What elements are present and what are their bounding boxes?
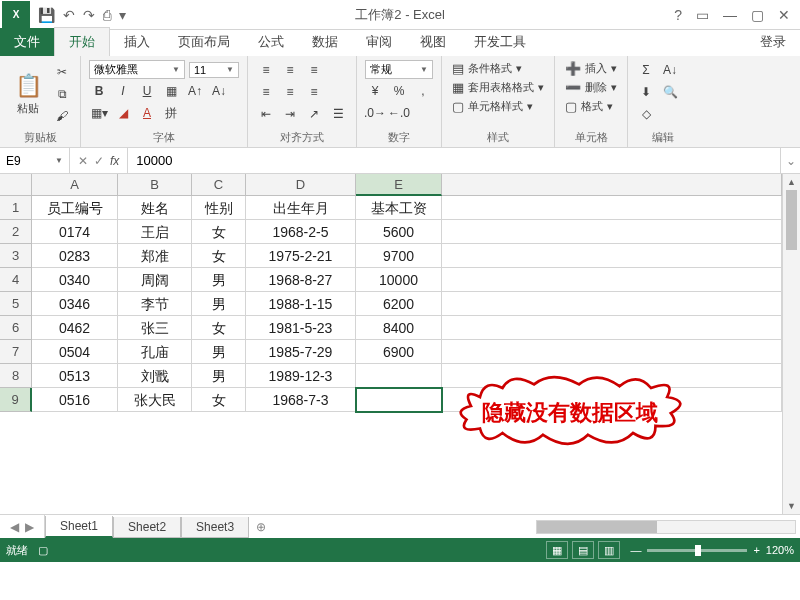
cell-C4[interactable]: 男 (192, 268, 246, 292)
autosum-icon[interactable]: Σ (636, 60, 656, 80)
cell-B2[interactable]: 王启 (118, 220, 192, 244)
cell-B3[interactable]: 郑准 (118, 244, 192, 268)
row-header-9[interactable]: 9 (0, 388, 32, 412)
insert-cells-button[interactable]: ➕插入▾ (563, 60, 619, 77)
row-header-6[interactable]: 6 (0, 316, 32, 340)
normal-view-icon[interactable]: ▦ (546, 541, 568, 559)
percent-icon[interactable]: % (389, 81, 409, 101)
ribbon-tab-5[interactable]: 数据 (298, 28, 352, 56)
phonetic-icon[interactable]: 拼 (161, 103, 181, 123)
col-header-A[interactable]: A (32, 174, 118, 196)
cell-blank[interactable] (442, 340, 782, 364)
ribbon-tab-0[interactable]: 文件 (0, 28, 54, 56)
zoom-slider[interactable] (647, 549, 747, 552)
decrease-indent-icon[interactable]: ⇤ (256, 104, 276, 124)
col-header-C[interactable]: C (192, 174, 246, 196)
find-icon[interactable]: 🔍 (660, 82, 680, 102)
align-left-icon[interactable]: ≡ (256, 82, 276, 102)
help-icon[interactable]: ? (674, 7, 682, 23)
row-header-5[interactable]: 5 (0, 292, 32, 316)
cell-B8[interactable]: 刘戬 (118, 364, 192, 388)
cell-E3[interactable]: 9700 (356, 244, 442, 268)
page-layout-icon[interactable]: ▤ (572, 541, 594, 559)
zoom-level[interactable]: 120% (766, 544, 794, 556)
minimize-icon[interactable]: ― (723, 7, 737, 23)
comma-icon[interactable]: , (413, 81, 433, 101)
cell-E7[interactable]: 6900 (356, 340, 442, 364)
cancel-formula-icon[interactable]: ✕ (78, 154, 88, 168)
maximize-icon[interactable]: ▢ (751, 7, 764, 23)
cell-D1[interactable]: 出生年月 (246, 196, 356, 220)
row-header-8[interactable]: 8 (0, 364, 32, 388)
row-header-3[interactable]: 3 (0, 244, 32, 268)
cell-E2[interactable]: 5600 (356, 220, 442, 244)
scroll-down-icon[interactable]: ▼ (783, 498, 800, 514)
row-header-1[interactable]: 1 (0, 196, 32, 220)
cell-C7[interactable]: 男 (192, 340, 246, 364)
col-header-blank[interactable] (442, 174, 782, 196)
sign-in-link[interactable]: 登录 (746, 28, 800, 56)
decrease-font-icon[interactable]: A↓ (209, 81, 229, 101)
cell-D6[interactable]: 1981-5-23 (246, 316, 356, 340)
enter-formula-icon[interactable]: ✓ (94, 154, 104, 168)
col-header-B[interactable]: B (118, 174, 192, 196)
align-top-icon[interactable]: ≡ (256, 60, 276, 80)
cell-A6[interactable]: 0462 (32, 316, 118, 340)
new-sheet-button[interactable]: ⊕ (249, 515, 273, 538)
cell-C6[interactable]: 女 (192, 316, 246, 340)
sheet-tab-sheet2[interactable]: Sheet2 (113, 517, 181, 538)
cell-D3[interactable]: 1975-2-21 (246, 244, 356, 268)
cell-D8[interactable]: 1989-12-3 (246, 364, 356, 388)
cell-A7[interactable]: 0504 (32, 340, 118, 364)
fill-icon[interactable]: ⬇ (636, 82, 656, 102)
ribbon-tab-1[interactable]: 开始 (54, 27, 110, 56)
orientation-icon[interactable]: ↗ (304, 104, 324, 124)
fx-icon[interactable]: fx (110, 154, 119, 168)
currency-icon[interactable]: ¥ (365, 81, 385, 101)
align-center-icon[interactable]: ≡ (280, 82, 300, 102)
cell-E5[interactable]: 6200 (356, 292, 442, 316)
ribbon-tab-4[interactable]: 公式 (244, 28, 298, 56)
format-as-table-button[interactable]: ▦套用表格格式▾ (450, 79, 546, 96)
scroll-thumb[interactable] (786, 190, 797, 250)
cell-D4[interactable]: 1968-8-27 (246, 268, 356, 292)
save-icon[interactable]: 💾 (38, 7, 55, 23)
cut-icon[interactable]: ✂ (52, 62, 72, 82)
page-break-icon[interactable]: ▥ (598, 541, 620, 559)
cell-blank[interactable] (442, 244, 782, 268)
undo-icon[interactable]: ↶ (63, 7, 75, 23)
select-all-corner[interactable] (0, 174, 32, 196)
cell-E1[interactable]: 基本工资 (356, 196, 442, 220)
cell-E4[interactable]: 10000 (356, 268, 442, 292)
cell-C9[interactable]: 女 (192, 388, 246, 412)
cell-A9[interactable]: 0516 (32, 388, 118, 412)
cell-A1[interactable]: 员工编号 (32, 196, 118, 220)
cell-B9[interactable]: 张大民 (118, 388, 192, 412)
sheet-tab-sheet3[interactable]: Sheet3 (181, 517, 249, 538)
quick-print-icon[interactable]: ⎙ (103, 7, 111, 23)
increase-indent-icon[interactable]: ⇥ (280, 104, 300, 124)
scroll-up-icon[interactable]: ▲ (783, 174, 800, 190)
font-name-combo[interactable]: 微软雅黑▼ (89, 60, 185, 79)
cell-blank[interactable] (442, 220, 782, 244)
cell-E6[interactable]: 8400 (356, 316, 442, 340)
cell-C8[interactable]: 男 (192, 364, 246, 388)
cell-blank[interactable] (442, 268, 782, 292)
format-painter-icon[interactable]: 🖌 (52, 106, 72, 126)
formula-input[interactable]: 10000 (128, 148, 780, 173)
wrap-merge-icon[interactable]: ☰ (328, 104, 348, 124)
ribbon-tab-3[interactable]: 页面布局 (164, 28, 244, 56)
name-box[interactable]: E9▼ (0, 148, 70, 173)
format-cells-button[interactable]: ▢格式▾ (563, 98, 619, 115)
macro-record-icon[interactable]: ▢ (38, 544, 48, 557)
sheet-nav-prev-icon[interactable]: ◀ (10, 520, 19, 534)
cell-D7[interactable]: 1985-7-29 (246, 340, 356, 364)
cell-C5[interactable]: 男 (192, 292, 246, 316)
row-header-2[interactable]: 2 (0, 220, 32, 244)
cell-D5[interactable]: 1988-1-15 (246, 292, 356, 316)
row-header-4[interactable]: 4 (0, 268, 32, 292)
conditional-format-button[interactable]: ▤条件格式▾ (450, 60, 546, 77)
cell-B6[interactable]: 张三 (118, 316, 192, 340)
fill-color-button[interactable]: ◢ (113, 103, 133, 123)
clear-icon[interactable]: ◇ (636, 104, 656, 124)
